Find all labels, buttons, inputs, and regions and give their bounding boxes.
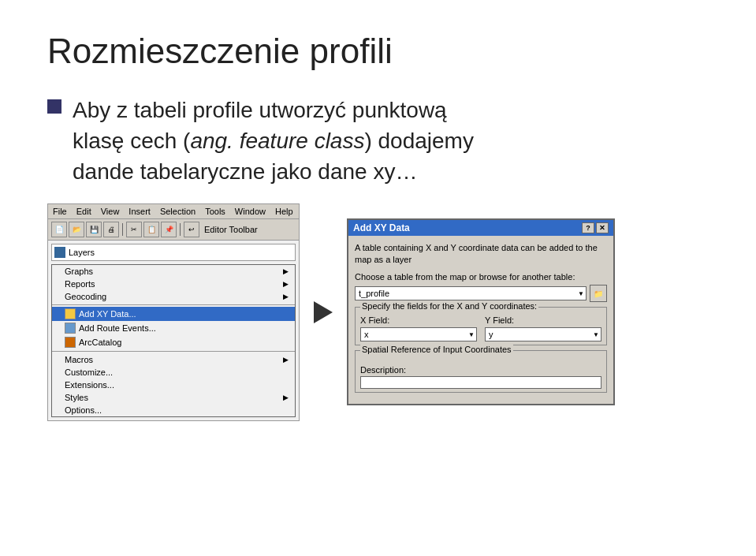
menu-extensions[interactable]: Extensions... xyxy=(52,379,295,391)
y-select-wrapper: y xyxy=(485,327,601,341)
choose-table-label: Choose a table from the map or browse fo… xyxy=(355,272,607,282)
menu-customize[interactable]: Customize... xyxy=(52,366,295,379)
add-xy-dialog: Add XY Data ? ✕ A table containing X and… xyxy=(347,218,615,406)
add-route-icon xyxy=(65,323,76,334)
toolbar-btn-6[interactable]: 📋 xyxy=(143,222,159,237)
menu-file[interactable]: File xyxy=(51,206,69,217)
toolbar-btn-5[interactable]: ✂ xyxy=(126,222,142,237)
right-arrow-icon xyxy=(314,301,333,323)
toolbar-btn-4[interactable]: 🖨 xyxy=(103,222,119,237)
spatial-ref-group: Spatial Reference of Input Coordinates D… xyxy=(355,350,607,393)
slide-container: Rozmieszczenie profili Aby z tabeli prof… xyxy=(0,0,756,556)
description-field xyxy=(360,376,601,389)
menu-reports[interactable]: Reports▶ xyxy=(52,278,295,290)
toolbar-btn-3[interactable]: 💾 xyxy=(86,222,102,237)
x-field: X Field: x xyxy=(360,315,477,341)
y-field: Y Field: y xyxy=(485,315,601,341)
arrow-container xyxy=(300,301,347,323)
menu-geocoding[interactable]: Geocoding▶ xyxy=(52,290,295,303)
xy-fields-row: X Field: x Y Field: y xyxy=(360,315,601,341)
specify-fields-label: Specify the fields for the X and Y coord… xyxy=(360,301,538,311)
y-field-label: Y Field: xyxy=(485,315,601,325)
bullet-text: Aby z tabeli profile utworzyć punktową k… xyxy=(73,95,474,188)
tools-context-menu: Graphs▶ Reports▶ Geocoding▶ Add XY Data.… xyxy=(51,264,296,417)
dialog-close-btn[interactable]: ✕ xyxy=(596,222,609,233)
add-xy-icon xyxy=(65,308,76,319)
dialog-title: Add XY Data xyxy=(353,222,410,233)
browse-button[interactable]: 📁 xyxy=(590,285,607,302)
bullet-icon xyxy=(47,99,61,114)
toolbar-area: 📄 📂 💾 🖨 ✂ 📋 📌 ↩ Editor Toolbar xyxy=(48,219,299,241)
toolbar-label: Editor Toolbar xyxy=(204,225,258,234)
menu-view[interactable]: View xyxy=(99,206,121,217)
menu-screenshot: File Edit View Insert Selection Tools Wi… xyxy=(47,203,300,421)
dialog-help-btn[interactable]: ? xyxy=(582,222,594,233)
separator-2 xyxy=(52,351,295,352)
menu-tools[interactable]: Tools xyxy=(203,206,227,217)
menu-edit[interactable]: Edit xyxy=(75,206,93,217)
menu-macros[interactable]: Macros▶ xyxy=(52,353,295,366)
toolbar-btn-1[interactable]: 📄 xyxy=(51,222,67,237)
menu-add-xy-data[interactable]: Add XY Data... xyxy=(52,307,295,321)
table-select-row: t_profile 📁 xyxy=(355,285,607,302)
menu-graphs[interactable]: Graphs▶ xyxy=(52,265,295,278)
menu-insert[interactable]: Insert xyxy=(127,206,152,217)
toolbar-btn-8[interactable]: ↩ xyxy=(184,222,199,237)
table-select-wrapper: t_profile xyxy=(355,286,587,300)
x-field-label: X Field: xyxy=(360,315,477,325)
dialog-titlebar: Add XY Data ? ✕ xyxy=(348,220,613,236)
spatial-ref-title: Spatial Reference of Input Coordinates xyxy=(360,345,513,354)
layers-icon xyxy=(54,247,65,258)
menu-window[interactable]: Window xyxy=(233,206,267,217)
dialog-body: A table containing X and Y coordinate da… xyxy=(348,236,613,405)
xy-fields-group: Specify the fields for the X and Y coord… xyxy=(355,307,607,345)
slide-title: Rozmieszczenie profili xyxy=(47,32,709,71)
screenshot-area: File Edit View Insert Selection Tools Wi… xyxy=(47,203,709,421)
menu-selection[interactable]: Selection xyxy=(158,206,197,217)
menu-styles[interactable]: Styles▶ xyxy=(52,391,295,404)
bullet-item: Aby z tabeli profile utworzyć punktową k… xyxy=(47,95,709,188)
menu-help[interactable]: Help xyxy=(274,206,295,217)
dialog-description: A table containing X and Y coordinate da… xyxy=(355,242,607,267)
menu-options[interactable]: Options... xyxy=(52,404,295,416)
description-label: Description: xyxy=(360,365,601,375)
table-select[interactable]: t_profile xyxy=(355,286,587,300)
layers-panel: Layers xyxy=(51,244,296,261)
menu-add-route[interactable]: Add Route Events... xyxy=(52,321,295,335)
toolbar-btn-7[interactable]: 📌 xyxy=(161,222,177,237)
layers-label: Layers xyxy=(69,248,95,257)
toolbar-btn-2[interactable]: 📂 xyxy=(69,222,84,237)
x-select[interactable]: x xyxy=(360,327,477,341)
y-select[interactable]: y xyxy=(485,327,601,341)
menu-bar: File Edit View Insert Selection Tools Wi… xyxy=(48,204,299,219)
dialog-titlebar-buttons: ? ✕ xyxy=(582,222,609,233)
separator-1 xyxy=(52,304,295,305)
menu-arccatalog[interactable]: ArcCatalog xyxy=(52,335,295,349)
x-select-wrapper: x xyxy=(360,327,477,341)
arccatalog-icon xyxy=(65,337,76,348)
